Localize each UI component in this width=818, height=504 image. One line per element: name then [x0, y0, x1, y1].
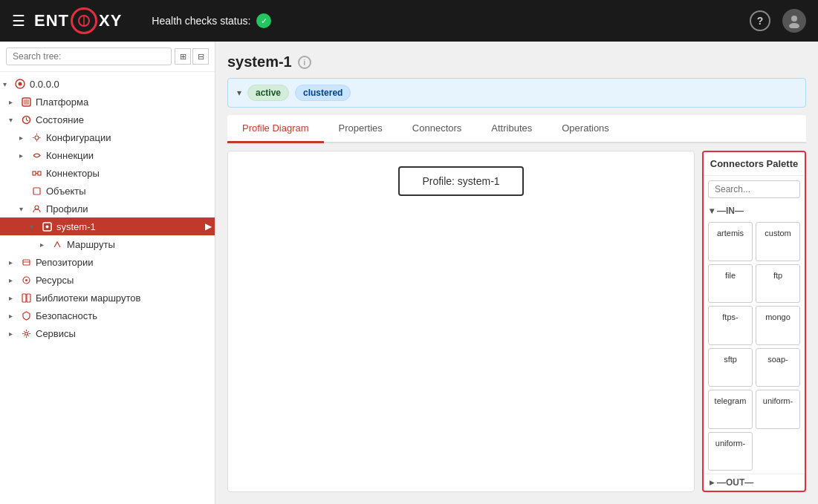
svg-point-23 [25, 332, 27, 335]
tab-label: Properties [339, 122, 383, 134]
objects-icon [30, 184, 43, 197]
tree-item-state[interactable]: ▾ Состояние [0, 111, 215, 128]
svg-point-3 [789, 23, 799, 28]
palette-item-telegram[interactable]: telegram [708, 390, 753, 429]
palette-item-label: artemis [717, 229, 744, 238]
collapse-all-button[interactable]: ⊟ [192, 48, 209, 65]
palette-title: Connectors Palette [704, 152, 805, 176]
tree-item-label: Сервисы [36, 328, 76, 339]
palette-item-file[interactable]: file [708, 264, 753, 304]
palette-item-soap[interactable]: soap- [756, 348, 800, 387]
svg-rect-7 [24, 99, 29, 105]
expand-all-button[interactable]: ⊞ [175, 48, 191, 65]
tree-item-root[interactable]: ▾ 0.0.0.0 [0, 75, 215, 93]
chevron-icon: ▸ [9, 98, 19, 106]
repos-icon [19, 255, 33, 269]
header-right: ? [750, 9, 806, 33]
tree-item-label: Маршруты [67, 239, 115, 250]
connections-icon [30, 148, 43, 162]
out-chevron-icon: ▸ [710, 477, 714, 488]
tree-item-connectors[interactable]: ▸ Коннекторы [0, 164, 215, 182]
tree-item-connections[interactable]: ▸ Коннекции [0, 146, 215, 164]
profile-box: Profile: system-1 [398, 166, 523, 196]
platform-icon [19, 95, 33, 108]
logo-text-ent: ENT [34, 11, 69, 30]
health-status-row: Health checks status: ✓ [152, 13, 271, 28]
tree-item-label: Платформа [36, 96, 88, 108]
palette-out-section[interactable]: ▸ —OUT— [704, 474, 805, 491]
palette-item-label: uniform- [715, 439, 745, 448]
tab-label: Operations [562, 122, 609, 134]
logo-circle-icon [77, 14, 91, 27]
services-icon [19, 327, 33, 340]
svg-point-16 [45, 225, 48, 228]
tree-item-platform[interactable]: ▸ Платформа [0, 93, 215, 111]
user-avatar[interactable] [782, 9, 806, 33]
expand-icon: ⊞ [180, 52, 186, 62]
tree-item-services[interactable]: ▸ Сервисы [0, 324, 215, 342]
palette-item-ftp[interactable]: ftp [756, 264, 800, 304]
tree-item-resources[interactable]: ▸ Ресурсы [0, 271, 215, 289]
resources-icon [19, 273, 33, 287]
chevron-icon: ▸ [9, 294, 19, 302]
tree-item-security[interactable]: ▸ Безопасность [0, 307, 215, 324]
palette-item-sftp[interactable]: sftp [708, 348, 753, 387]
palette-item-label: sftp [724, 355, 737, 364]
route-libs-icon [19, 291, 33, 304]
tab-profile-diagram[interactable]: Profile Diagram [227, 115, 324, 143]
avatar-icon [787, 13, 802, 28]
help-icon: ? [757, 15, 764, 27]
in-section-label: —IN— [717, 206, 744, 216]
diagram-canvas: Profile: system-1 [227, 151, 695, 492]
status-bar: ▾ active clustered [227, 78, 806, 108]
tab-properties[interactable]: Properties [324, 115, 397, 143]
help-button[interactable]: ? [750, 10, 770, 31]
tree-item-label: Конфигурации [46, 132, 111, 143]
tree-item-route-libs[interactable]: ▸ Библиотеки маршрутов [0, 289, 215, 307]
menu-icon[interactable]: ☰ [12, 12, 25, 30]
tree-item-profiles[interactable]: ▾ Профили [0, 200, 215, 217]
tree-item-objects[interactable]: ▸ Объекты [0, 182, 215, 200]
tab-connectors[interactable]: Connectors [397, 115, 476, 143]
tree-item-label: Коннекторы [46, 168, 100, 179]
palette-item-uniform2[interactable]: uniform- [708, 432, 753, 471]
svg-point-20 [25, 279, 27, 281]
palette-item-label: custom [765, 229, 791, 238]
connectors-icon [30, 166, 43, 180]
tree-item-system1[interactable]: ▾ system-1 ▶ [0, 217, 215, 235]
chevron-icon: ▸ [19, 134, 30, 142]
tree-item-repos[interactable]: ▸ Репозитории [0, 253, 215, 271]
tab-operations[interactable]: Operations [547, 115, 624, 143]
badge-clustered: clustered [295, 85, 351, 101]
svg-point-9 [35, 136, 39, 140]
palette-search-input[interactable] [708, 180, 800, 198]
tab-attributes[interactable]: Attributes [476, 115, 547, 143]
palette-item-mongo[interactable]: mongo [756, 306, 800, 345]
security-icon [19, 309, 33, 322]
palette-item-uniform1[interactable]: uniform- [756, 390, 800, 429]
sidebar: ⊞ ⊟ ▾ 0.0.0.0 ▸ Платформа [0, 42, 215, 504]
tree-item-label: 0.0.0.0 [30, 79, 59, 90]
palette-in-section[interactable]: ▾ —IN— [704, 203, 805, 219]
search-input[interactable] [6, 48, 172, 65]
tree-item-label: Безопасность [36, 310, 97, 321]
tree-item-routes[interactable]: ▸ Маршруты [0, 235, 215, 253]
palette-items-grid: artemis custom file ftp ftps- [704, 219, 805, 474]
chevron-icon: ▸ [9, 312, 19, 320]
tabs-bar: Profile Diagram Properties Connectors At… [227, 115, 806, 143]
palette-item-label: mongo [765, 312, 791, 321]
palette-item-artemis[interactable]: artemis [708, 222, 753, 261]
status-chevron-icon[interactable]: ▾ [237, 88, 241, 98]
info-icon[interactable]: i [298, 56, 311, 69]
profile-box-label: Profile: system-1 [422, 175, 499, 187]
palette-item-label: soap- [767, 355, 788, 364]
chevron-icon: ▸ [9, 330, 19, 338]
palette-item-custom[interactable]: custom [756, 222, 800, 261]
expand-collapse-buttons: ⊞ ⊟ [175, 48, 209, 65]
palette-item-ftps[interactable]: ftps- [708, 306, 753, 345]
tree-item-configs[interactable]: ▸ Конфигурации [0, 128, 215, 146]
svg-rect-21 [22, 294, 26, 302]
sidebar-tree: ▾ 0.0.0.0 ▸ Платформа ▾ Состояние [0, 72, 215, 504]
tree-item-label: Состояние [36, 114, 84, 125]
tree-item-label: Репозитории [36, 257, 93, 268]
